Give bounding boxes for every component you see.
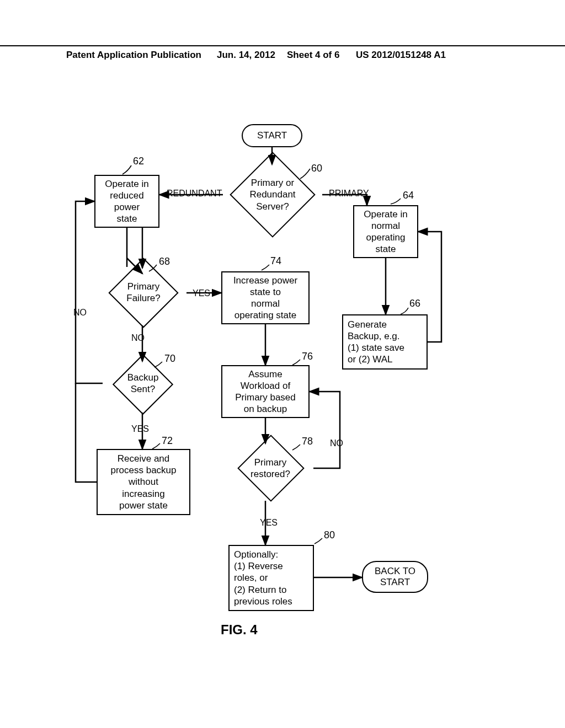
decision-primary-restored: Primary restored?: [226, 436, 315, 501]
ref-62: 62: [133, 156, 144, 167]
process-normal-operating: Operate in normal operating state: [353, 205, 418, 258]
edge-label-no-70: NO: [73, 308, 87, 318]
edge-label-primary: PRIMARY: [329, 189, 369, 199]
edge-label-no-78: NO: [330, 438, 343, 448]
edge-label-redundant: REDUNDANT: [167, 189, 222, 199]
ref-70: 70: [164, 353, 175, 365]
flowchart-canvas: START Primary or Redundant Server? Opera…: [0, 0, 565, 728]
ref-80: 80: [324, 529, 335, 541]
terminator-backstart: BACK TO START: [362, 561, 428, 593]
edge-label-no-68: NO: [131, 333, 145, 343]
process-increase-power: Increase power state to normal operating…: [221, 271, 310, 324]
process-reduced-power: Operate in reduced power state: [94, 175, 159, 228]
ref-68: 68: [159, 256, 170, 267]
decision-68-text: Primary Failure?: [99, 259, 188, 325]
ref-60: 60: [311, 163, 322, 174]
decision-primary-or-redundant: Primary or Redundant Server?: [222, 160, 323, 229]
ref-66: 66: [409, 298, 420, 309]
edge-label-yes-70: YES: [131, 424, 149, 434]
decision-78-text: Primary restored?: [226, 436, 315, 501]
ref-64: 64: [403, 190, 414, 201]
flowchart-arrows: [0, 0, 565, 728]
process-optionally: Optionally: (1) Reverse roles, or (2) Re…: [228, 545, 314, 611]
ref-78: 78: [302, 436, 313, 447]
ref-76: 76: [302, 351, 313, 362]
process-generate-backup: Generate Backup, e.g. (1) state save or …: [342, 314, 428, 370]
edge-label-yes-68: YES: [193, 288, 210, 298]
ref-74: 74: [270, 255, 281, 267]
terminator-start: START: [242, 124, 302, 147]
process-assume-workload: Assume Workload of Primary based on back…: [221, 365, 310, 418]
edge-label-yes-78: YES: [260, 518, 278, 528]
decision-60-text: Primary or Redundant Server?: [222, 160, 323, 229]
decision-primary-failure: Primary Failure?: [99, 259, 188, 325]
ref-72: 72: [162, 435, 173, 447]
figure-caption: FIG. 4: [221, 622, 258, 638]
process-receive-process-backup: Receive and process backup without incre…: [97, 449, 190, 515]
